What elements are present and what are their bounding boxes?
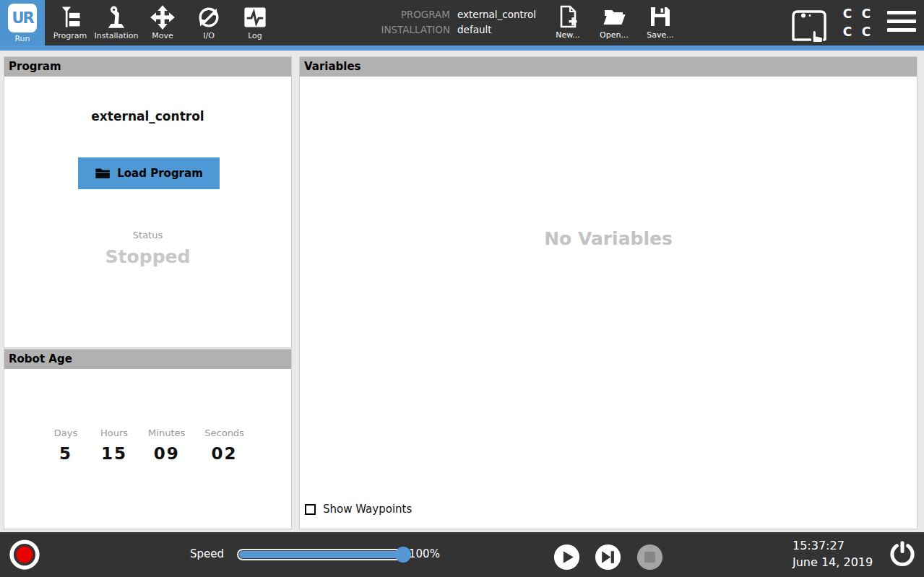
step-button[interactable] [595, 544, 621, 571]
power-icon [888, 540, 917, 569]
program-value: external_control [457, 9, 536, 20]
file-actions: New... Open... Save... [545, 4, 683, 44]
header-accent-stripe [0, 45, 924, 51]
ur-logo: UR [8, 4, 37, 32]
log-monitor-icon [242, 4, 268, 30]
play-icon [553, 544, 580, 571]
robot-age-panel-title: Robot Age [4, 350, 291, 369]
tab-io[interactable]: I/O [186, 0, 232, 45]
tab-log-label: Log [248, 31, 262, 40]
variables-panel: Variables No Variables Show Waypoints [299, 56, 917, 529]
time-text: 15:37:27 [793, 537, 873, 554]
robot-age-panel: Robot Age Days 5 Hours 15 Minutes 09 Sec… [4, 349, 292, 529]
show-waypoints-label: Show Waypoints [323, 503, 412, 516]
robot-arm-icon [103, 4, 129, 30]
loaded-program-name: external_control [4, 109, 291, 123]
new-button-label: New... [556, 30, 579, 40]
tab-run[interactable]: UR Run [0, 0, 45, 45]
cc-letter: C [857, 6, 876, 22]
bottom-control-bar: Speed 100% 15:37:27 June 14, 2019 [0, 532, 924, 577]
play-button[interactable] [553, 544, 580, 571]
speed-slider[interactable] [237, 549, 405, 560]
top-header-bar: UR Run Program Installation [0, 0, 924, 45]
speed-label: Speed [190, 547, 224, 560]
age-minutes: Minutes 09 [148, 428, 185, 463]
tab-installation-label: Installation [95, 31, 139, 40]
move-arrows-icon [150, 4, 176, 30]
age-seconds: Seconds 02 [204, 428, 244, 463]
tab-program[interactable]: Program [47, 0, 93, 45]
show-waypoints-toggle[interactable]: Show Waypoints [305, 503, 412, 516]
new-file-icon [556, 5, 579, 28]
open-button[interactable]: Open... [591, 4, 637, 44]
save-button-label: Save... [647, 30, 674, 40]
status-label: Status [4, 230, 291, 240]
date-text: June 14, 2019 [793, 554, 873, 571]
hamburger-menu-icon [887, 11, 916, 14]
save-floppy-icon [649, 5, 672, 28]
status-value: Stopped [4, 246, 291, 267]
age-hours: Hours 15 [100, 428, 129, 463]
initialize-robot-button[interactable] [9, 539, 40, 571]
cc-letter: C [838, 24, 857, 40]
tab-io-label: I/O [203, 31, 215, 40]
program-panel: Program external_control Load Program St… [4, 56, 292, 348]
age-days: Days 5 [51, 428, 80, 463]
robot-age-counters: Days 5 Hours 15 Minutes 09 Seconds 02 [4, 428, 291, 463]
program-tree-icon [57, 4, 83, 30]
folder-icon [95, 165, 111, 181]
record-red-icon [9, 539, 40, 571]
hamburger-menu-button[interactable] [887, 11, 916, 35]
header-tabs: Program Installation Move [47, 0, 278, 45]
load-program-button[interactable]: Load Program [78, 157, 220, 189]
installation-label: INSTALLATION [379, 24, 450, 35]
io-cycle-icon [196, 4, 222, 30]
save-button[interactable]: Save... [637, 4, 683, 44]
cc-letter: C [838, 6, 857, 22]
loaded-file-info: PROGRAM external_control INSTALLATION de… [379, 9, 536, 35]
tab-program-label: Program [53, 31, 87, 40]
clock-display: 15:37:27 June 14, 2019 [793, 537, 873, 571]
teach-pendant-button[interactable] [790, 9, 829, 42]
program-panel-title: Program [4, 57, 291, 77]
open-folder-icon [603, 5, 626, 28]
step-icon [595, 544, 621, 571]
no-variables-message: No Variables [300, 228, 917, 249]
speed-slider-fill [239, 551, 402, 558]
show-waypoints-checkbox[interactable] [305, 504, 316, 515]
installation-value: default [457, 24, 536, 35]
new-button[interactable]: New... [545, 4, 591, 44]
load-program-label: Load Program [117, 167, 203, 180]
tab-installation[interactable]: Installation [93, 0, 139, 45]
tab-run-label: Run [14, 34, 30, 43]
stop-button[interactable] [636, 544, 663, 571]
tab-log[interactable]: Log [232, 0, 278, 45]
speed-value: 100% [409, 547, 440, 560]
cc-status-indicator: C C C C [838, 6, 876, 40]
variables-panel-title: Variables [300, 57, 917, 77]
program-label: PROGRAM [379, 9, 450, 20]
teach-pendant-icon [790, 9, 829, 42]
cc-letter: C [857, 24, 876, 40]
stop-icon [636, 544, 663, 571]
tab-move[interactable]: Move [139, 0, 186, 45]
tab-move-label: Move [152, 31, 173, 40]
power-button[interactable] [888, 540, 917, 569]
open-button-label: Open... [600, 30, 629, 40]
